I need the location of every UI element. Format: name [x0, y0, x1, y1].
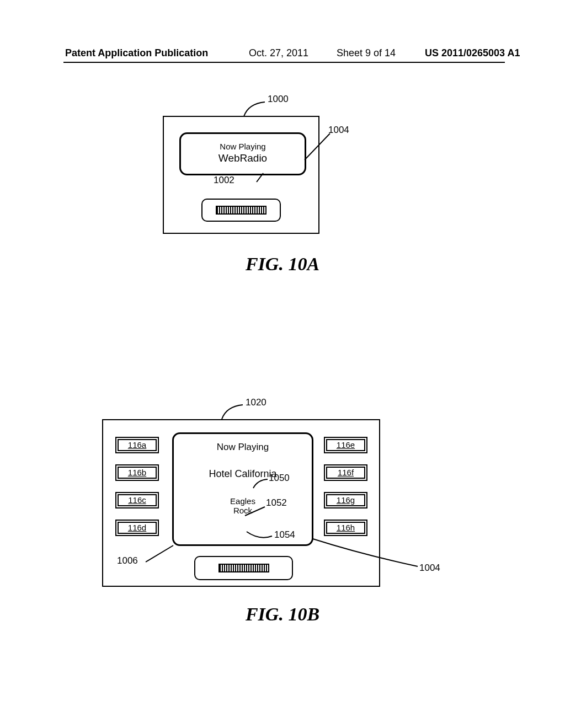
- hatched-icon: [218, 564, 269, 572]
- control-bar: [201, 199, 281, 222]
- control-bar: [194, 556, 293, 580]
- button-116g[interactable]: 116g: [324, 492, 367, 508]
- header-pubno: US 2011/0265003 A1: [425, 47, 520, 59]
- button-116b[interactable]: 116b: [115, 464, 159, 481]
- fig-10a-caption: FIG. 10A: [0, 254, 565, 275]
- ref-1006: 1006: [117, 555, 138, 566]
- source-label: WebRadio: [181, 151, 305, 164]
- artist-name: Eagles: [174, 480, 312, 506]
- button-116c[interactable]: 116c: [115, 492, 159, 508]
- fig-10b-caption: FIG. 10B: [0, 604, 565, 625]
- button-116d[interactable]: 116d: [115, 520, 159, 536]
- button-116f[interactable]: 116f: [324, 464, 367, 481]
- button-116a[interactable]: 116a: [115, 437, 159, 453]
- now-playing-label: Now Playing: [174, 434, 312, 453]
- button-116h[interactable]: 116h: [324, 520, 367, 536]
- lead-line-1004: [303, 132, 334, 163]
- lead-line-1006: [145, 544, 175, 564]
- ref-1004: 1004: [419, 563, 440, 574]
- button-116e[interactable]: 116e: [324, 437, 367, 453]
- lead-line-1002: [236, 172, 258, 186]
- lead-line-1050: [252, 478, 269, 489]
- panel-1000: Now Playing WebRadio 1002: [163, 116, 319, 234]
- ref-1002: 1002: [214, 175, 234, 186]
- ref-1054: 1054: [274, 529, 295, 540]
- lead-line-1020: [221, 404, 243, 420]
- header-left: Patent Application Publication: [65, 47, 208, 59]
- lead-line-1052: [244, 506, 266, 517]
- lead-line-1004: [312, 538, 419, 568]
- ref-1000: 1000: [268, 94, 289, 105]
- genre-label: Rock: [174, 506, 312, 515]
- hatched-icon: [216, 206, 266, 215]
- lead-line-1054: [246, 531, 273, 542]
- display-1004: Now Playing WebRadio: [179, 132, 306, 175]
- song-title: Hotel California: [174, 453, 312, 480]
- header-rule: [63, 62, 505, 63]
- lead-line-1000: [243, 101, 265, 117]
- header-date: Oct. 27, 2011: [249, 47, 308, 59]
- ref-1050: 1050: [269, 473, 290, 484]
- header-sheet: Sheet 9 of 14: [337, 47, 396, 59]
- ref-1052: 1052: [266, 497, 287, 508]
- now-playing-label: Now Playing: [181, 134, 305, 151]
- ref-1020: 1020: [246, 397, 266, 408]
